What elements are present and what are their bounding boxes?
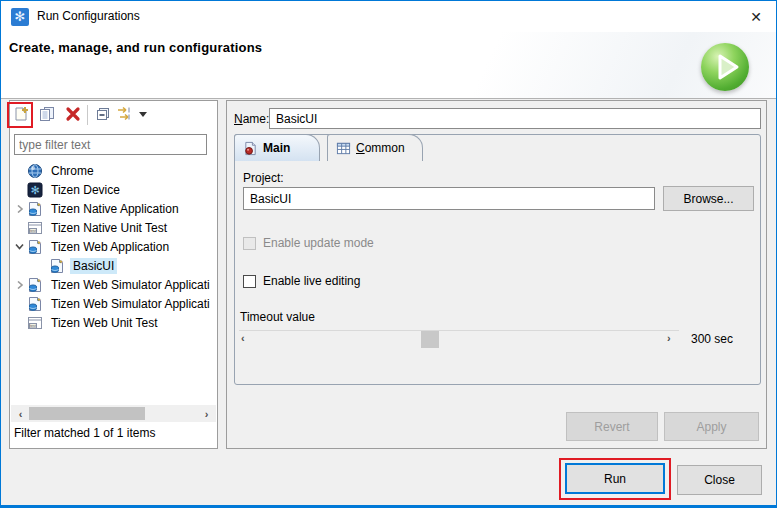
slider-increase-icon[interactable]: › bbox=[667, 332, 671, 344]
project-label: Project: bbox=[243, 171, 284, 185]
filter-arrows-icon bbox=[116, 106, 134, 122]
tizen-app-icon: ✦ bbox=[27, 277, 43, 293]
svg-text:test: test bbox=[30, 229, 36, 233]
copy-pages-icon bbox=[39, 106, 55, 122]
tab-main[interactable]: Main bbox=[234, 134, 320, 161]
enable-live-editing-label: Enable live editing bbox=[263, 274, 360, 288]
window-close-button[interactable]: ✕ bbox=[743, 6, 769, 28]
name-label-mnemonic: N bbox=[234, 112, 243, 126]
tree-item-label: Tizen Web Simulator Applicati bbox=[48, 296, 213, 312]
tree-item-label: Tizen Web Unit Test bbox=[48, 315, 161, 331]
unit-test-icon: test bbox=[27, 220, 43, 236]
duplicate-configuration-button[interactable] bbox=[37, 104, 57, 124]
tizen-app-icon: ✦ bbox=[27, 239, 43, 255]
new-page-plus-icon bbox=[13, 106, 29, 122]
chevron-right-icon[interactable] bbox=[12, 201, 27, 216]
header-banner: Create, manage, and run configurations bbox=[1, 32, 776, 99]
tizen-app-logo-icon: ✻ bbox=[11, 8, 29, 26]
svg-text:✻: ✻ bbox=[30, 184, 39, 196]
chevron-down-icon[interactable] bbox=[12, 239, 27, 254]
apply-button: Apply bbox=[664, 412, 759, 441]
tab-common-mnemonic: C bbox=[356, 141, 365, 155]
run-button[interactable]: Run bbox=[565, 463, 665, 494]
slider-decrease-icon[interactable]: ‹ bbox=[241, 332, 245, 344]
dialog-subtitle: Create, manage, and run configurations bbox=[9, 40, 262, 55]
tizen-device-icon: ✻ bbox=[27, 182, 43, 198]
svg-text:✦: ✦ bbox=[36, 296, 42, 303]
expander-spacer bbox=[12, 315, 27, 330]
window-title: Run Configurations bbox=[37, 9, 140, 23]
tree-item-tizen-native-unit-test[interactable]: test Tizen Native Unit Test bbox=[12, 218, 216, 237]
svg-text:✦: ✦ bbox=[36, 277, 42, 284]
enable-live-editing-checkbox[interactable] bbox=[243, 275, 256, 288]
main-tab-icon bbox=[243, 141, 258, 156]
common-tab-icon bbox=[336, 141, 351, 156]
tree-item-chrome[interactable]: Chrome bbox=[12, 161, 216, 180]
scroll-left-icon[interactable]: ‹ bbox=[13, 406, 28, 421]
filter-button[interactable] bbox=[115, 104, 135, 124]
green-play-icon bbox=[701, 43, 749, 91]
name-label-rest: ame: bbox=[243, 112, 270, 126]
run-configurations-dialog: ✻ Run Configurations ✕ Create, manage, a… bbox=[0, 0, 777, 508]
tree-item-label: Tizen Web Simulator Applicati bbox=[48, 277, 213, 293]
tree-item-basicui[interactable]: ✦ BasicUI bbox=[12, 256, 216, 275]
tab-folder bbox=[234, 134, 761, 385]
tree-item-tizen-native-application[interactable]: ✦ Tizen Native Application bbox=[12, 199, 216, 218]
scroll-right-icon[interactable]: › bbox=[199, 406, 214, 421]
name-label: Name: bbox=[234, 112, 269, 126]
enable-update-mode-label: Enable update mode bbox=[263, 236, 374, 250]
tree-item-tizen-web-simulator-application-2[interactable]: ✦ Tizen Web Simulator Applicati bbox=[12, 294, 216, 313]
tree-item-label: Tizen Native Application bbox=[48, 201, 182, 217]
expander-spacer bbox=[12, 182, 27, 197]
tree-item-tizen-web-simulator-application-1[interactable]: ✦ Tizen Web Simulator Applicati bbox=[12, 275, 216, 294]
svg-text:✦: ✦ bbox=[36, 239, 42, 246]
tizen-app-icon: ✦ bbox=[27, 296, 43, 312]
filter-status-text: Filter matched 1 of 1 items bbox=[14, 426, 155, 440]
tree-item-tizen-device[interactable]: ✻ Tizen Device bbox=[12, 180, 216, 199]
close-button[interactable]: Close bbox=[677, 465, 762, 495]
tree-item-label: Tizen Web Application bbox=[48, 239, 172, 255]
collapse-all-button[interactable] bbox=[93, 104, 113, 124]
svg-text:✦: ✦ bbox=[36, 201, 42, 208]
filter-input[interactable] bbox=[14, 134, 207, 155]
project-input[interactable] bbox=[243, 187, 655, 210]
timeout-value-text: 300 sec bbox=[691, 332, 733, 346]
filter-dropdown-caret-icon[interactable] bbox=[139, 112, 147, 117]
enable-update-mode-checkbox bbox=[243, 237, 256, 250]
tab-common-rest: ommon bbox=[365, 141, 405, 155]
expander-spacer bbox=[12, 296, 27, 311]
tab-main-label: Main bbox=[263, 141, 290, 155]
chrome-globe-icon bbox=[27, 163, 43, 179]
expander-spacer bbox=[12, 220, 27, 235]
timeout-slider-track[interactable] bbox=[239, 330, 679, 331]
tree-item-label-selected: BasicUI bbox=[70, 258, 117, 274]
tree-item-tizen-web-application[interactable]: ✦ Tizen Web Application bbox=[12, 237, 216, 256]
timeout-slider-thumb[interactable] bbox=[421, 331, 439, 348]
tree-item-label: Tizen Native Unit Test bbox=[48, 220, 170, 236]
tab-common-label: Common bbox=[356, 141, 405, 155]
collapse-all-icon bbox=[95, 106, 111, 122]
browse-button[interactable]: Browse... bbox=[663, 186, 754, 211]
new-configuration-button[interactable] bbox=[11, 104, 31, 124]
tab-common[interactable]: Common bbox=[327, 134, 423, 161]
svg-text:✦: ✦ bbox=[58, 258, 64, 265]
tizen-app-icon: ✦ bbox=[27, 201, 43, 217]
delete-configuration-button[interactable] bbox=[63, 104, 83, 124]
name-input[interactable] bbox=[269, 108, 761, 129]
chevron-right-icon[interactable] bbox=[12, 277, 27, 292]
title-bar: ✻ Run Configurations ✕ bbox=[1, 1, 776, 32]
expander-spacer bbox=[34, 258, 49, 273]
unit-test-icon: test bbox=[27, 315, 43, 331]
tree-item-tizen-web-unit-test[interactable]: test Tizen Web Unit Test bbox=[12, 313, 216, 332]
tizen-app-icon: ✦ bbox=[49, 258, 65, 274]
revert-button: Revert bbox=[566, 412, 658, 441]
scrollbar-thumb[interactable] bbox=[29, 407, 145, 420]
tree-horizontal-scrollbar[interactable]: ‹ › bbox=[11, 405, 216, 422]
header-separator bbox=[1, 98, 776, 99]
tree-item-label: Tizen Device bbox=[48, 182, 123, 198]
toolbar-separator bbox=[87, 105, 88, 125]
expander-spacer bbox=[12, 163, 27, 178]
red-x-icon bbox=[65, 106, 81, 122]
timeout-value-label: Timeout value bbox=[240, 310, 315, 324]
tree-item-label: Chrome bbox=[48, 163, 97, 179]
